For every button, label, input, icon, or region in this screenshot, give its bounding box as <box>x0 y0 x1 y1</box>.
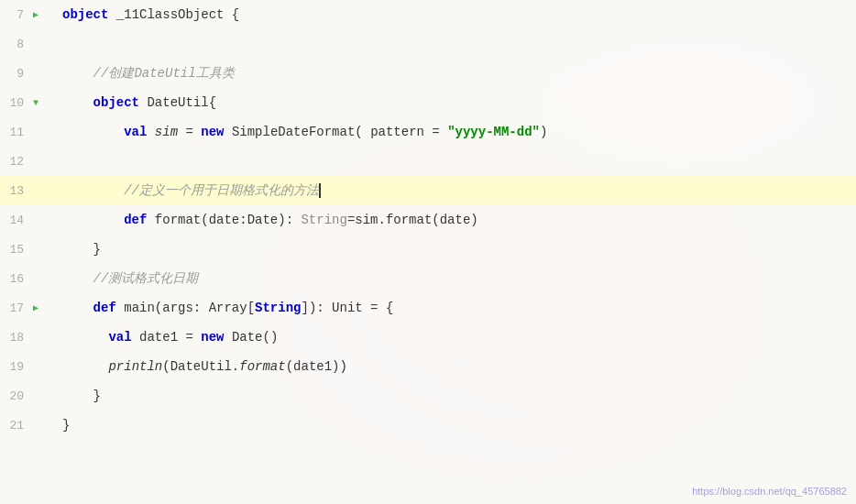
gutter-7: 7 ▶ <box>0 8 55 22</box>
line-number-11: 11 <box>4 126 29 139</box>
line-content-19: println(DateUtil.format(date1)) <box>55 352 856 381</box>
line-number-21: 21 <box>4 419 29 433</box>
cursor <box>319 183 321 198</box>
code-line-17: 17 ▶ def main(args: Array[String]): Unit… <box>0 293 856 323</box>
line-number-12: 12 <box>4 155 29 169</box>
code-line-11: 11 val sim = new SimpleDateFormat( patte… <box>0 117 856 147</box>
line-content-17: def main(args: Array[String]): Unit = { <box>55 293 856 323</box>
line-content-11: val sim = new SimpleDateFormat( pattern … <box>55 117 856 147</box>
code-line-19: 19 println(DateUtil.format(date1)) <box>0 352 856 381</box>
code-line-12: 12 <box>0 147 856 176</box>
line-content-16: //测试格式化日期 <box>55 264 856 293</box>
line-content-18: val date1 = new Date() <box>55 323 856 352</box>
line-number-14: 14 <box>4 214 29 227</box>
fold-arrow-17[interactable]: ▶ <box>33 302 38 313</box>
gutter-21: 21 <box>0 419 55 433</box>
comment-9: //创建DateUtil工具类 <box>93 66 235 81</box>
line-number-8: 8 <box>4 38 29 51</box>
code-line-7: 7 ▶ object _11ClassObject { <box>0 0 856 29</box>
code-line-16: 16 //测试格式化日期 <box>0 264 856 293</box>
line-content-14: def format(date:Date): String=sim.format… <box>55 205 856 235</box>
kw-def-2: def <box>93 301 116 315</box>
comment-16: //测试格式化日期 <box>93 271 199 286</box>
line-content-7: object _11ClassObject { <box>55 0 856 29</box>
code-line-21: 21 } <box>0 411 856 440</box>
line-number-17: 17 <box>4 301 29 315</box>
gutter-15: 15 <box>0 243 55 257</box>
code-container: 7 ▶ object _11ClassObject { 8 9 //创建Date… <box>0 0 856 504</box>
kw-new-1: new <box>201 125 224 139</box>
id-sim: sim <box>155 125 178 139</box>
line-number-10: 10 <box>4 96 29 110</box>
type-string: String <box>301 213 346 227</box>
gutter-11: 11 <box>0 126 55 139</box>
fold-arrow-10[interactable]: ▼ <box>33 98 38 108</box>
line-content-20: } <box>55 381 856 411</box>
gutter-8: 8 <box>0 38 55 51</box>
kw-val-2: val <box>108 330 131 345</box>
kw-def-1: def <box>124 213 147 227</box>
line-number-9: 9 <box>4 67 29 81</box>
line-content-9: //创建DateUtil工具类 <box>55 59 856 88</box>
fold-10[interactable]: ▼ <box>29 98 42 108</box>
gutter-18: 18 <box>0 331 55 345</box>
kw-object-2: object <box>93 95 139 110</box>
line-content-15: } <box>55 235 856 264</box>
gutter-13: 13 <box>0 184 55 198</box>
fold-7[interactable]: ▶ <box>29 9 42 20</box>
code-line-9: 9 //创建DateUtil工具类 <box>0 59 856 88</box>
fold-arrow-7[interactable]: ▶ <box>33 9 38 20</box>
watermark: https://blog.csdn.net/qq_45765882 <box>692 486 847 497</box>
line-content-10: object DateUtil{ <box>55 88 856 117</box>
line-number-13: 13 <box>4 184 29 198</box>
gutter-14: 14 <box>0 214 55 227</box>
code-line-10: 10 ▼ object DateUtil{ <box>0 88 856 117</box>
comment-13: //定义一个用于日期格式化的方法 <box>124 183 319 198</box>
line-number-18: 18 <box>4 331 29 345</box>
gutter-17: 17 ▶ <box>0 301 55 315</box>
line-content-8 <box>55 29 856 59</box>
line-number-15: 15 <box>4 243 29 257</box>
gutter-10: 10 ▼ <box>0 96 55 110</box>
gutter-16: 16 <box>0 272 55 286</box>
line-content-21: } <box>55 411 856 440</box>
code-editor: 7 ▶ object _11ClassObject { 8 9 //创建Date… <box>0 0 856 504</box>
line-content-12 <box>55 147 856 176</box>
string-pattern: "yyyy-MM-dd" <box>447 125 540 139</box>
gutter-9: 9 <box>0 67 55 81</box>
kw-val-1: val <box>124 125 147 139</box>
code-line-15: 15 } <box>0 235 856 264</box>
code-line-14: 14 def format(date:Date): String=sim.for… <box>0 205 856 235</box>
gutter-12: 12 <box>0 155 55 169</box>
gutter-19: 19 <box>0 360 55 374</box>
code-line-8: 8 <box>0 29 856 59</box>
gutter-20: 20 <box>0 389 55 403</box>
code-line-20: 20 } <box>0 381 856 411</box>
id-format: format <box>239 359 285 374</box>
code-line-13: 13 //定义一个用于日期格式化的方法 <box>0 176 856 205</box>
kw-string: String <box>255 301 301 315</box>
line-number-16: 16 <box>4 272 29 286</box>
code-line-18: 18 val date1 = new Date() <box>0 323 856 352</box>
line-content-13: //定义一个用于日期格式化的方法 <box>55 176 856 205</box>
line-number-19: 19 <box>4 360 29 374</box>
kw-new-2: new <box>201 330 224 345</box>
kw-object: object <box>62 7 108 22</box>
line-number-20: 20 <box>4 389 29 403</box>
line-number-7: 7 <box>4 8 29 22</box>
fold-17[interactable]: ▶ <box>29 302 42 313</box>
id-println: println <box>108 359 162 374</box>
